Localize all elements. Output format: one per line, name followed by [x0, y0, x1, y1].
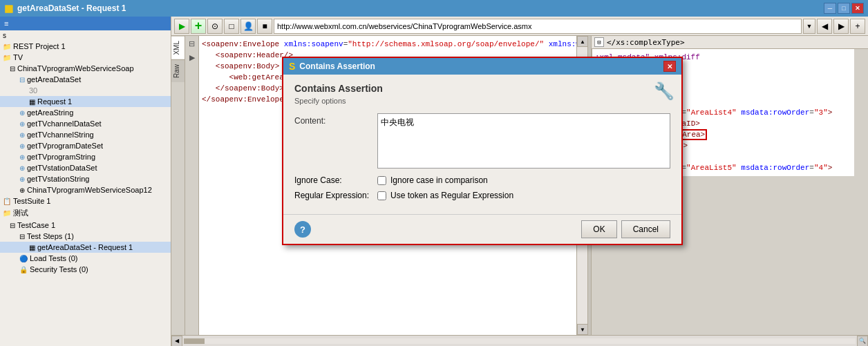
vscroll-down[interactable]: ▼ — [577, 324, 587, 335]
sidebar-label: getTVstationDataSet — [27, 164, 97, 172]
sidebar-item-gettvchannel[interactable]: ⊕ getTVchannelDataSet — [0, 118, 171, 129]
dialog-title-left: S Contains Assertion — [289, 61, 375, 72]
nav-icon-collapse[interactable]: ▶ — [186, 51, 198, 64]
sidebar-item-gettvstationstring[interactable]: ⊕ getTVstationString — [0, 173, 171, 184]
sidebar-label: getTVstationString — [27, 175, 90, 183]
dialog-body: Contains Assertion Specify options 🔧 Con… — [283, 75, 681, 214]
content-label: Content: — [294, 113, 377, 126]
sidebar-item-30[interactable]: 30 — [0, 85, 171, 96]
sidebar-label: getTVchannelString — [27, 131, 94, 139]
dialog-close-button[interactable]: ✕ — [663, 61, 676, 72]
test-icon: ⊕ — [19, 120, 25, 128]
sidebar-item-securitytests[interactable]: 🔒 Security Tests (0) — [0, 264, 171, 275]
close-button[interactable]: ✕ — [851, 3, 864, 14]
dialog-action-buttons: OK Cancel — [581, 220, 670, 238]
tab-xml[interactable]: XML — [171, 36, 185, 59]
regex-text: Use token as Regular Expression — [390, 191, 513, 200]
sidebar-item-soap[interactable]: ⊟ ChinaTVprogramWebServiceSoap — [0, 63, 171, 74]
tools-icon: 🔧 — [654, 81, 674, 100]
nav-back[interactable]: ◀ — [817, 19, 832, 34]
sidebar-item-getareastring[interactable]: ⊕ getAreaString — [0, 107, 171, 118]
expand-btn[interactable]: ⊟ — [594, 37, 604, 47]
complex-type-text: </xs:complexType> — [607, 38, 685, 47]
sidebar-label: getTVprogramDateSet — [27, 142, 103, 150]
fill-button[interactable]: ■ — [257, 19, 272, 34]
interface-icon: ⊟ — [10, 65, 15, 73]
url-dropdown[interactable]: ▼ — [803, 19, 815, 34]
sidebar-item-gettvprogramstring[interactable]: ⊕ getTVprogramString — [0, 151, 171, 162]
sidebar-item-testcase1[interactable]: ⊟ TestCase 1 — [0, 220, 171, 231]
tab-raw[interactable]: Raw — [171, 59, 185, 82]
stop-button[interactable]: □ — [224, 19, 239, 34]
record-button[interactable]: ⊙ — [207, 19, 223, 34]
content-area: ≡ s 📁 REST Project 1 📁 TV ⊟ ChinaTVprogr… — [0, 17, 868, 346]
run-button[interactable]: ▶ — [174, 19, 189, 34]
nav-icon-expand[interactable]: ⊟ — [186, 37, 198, 50]
url-input[interactable] — [274, 19, 802, 34]
nav-settings[interactable]: + — [850, 19, 865, 34]
nav-forward[interactable]: ▶ — [833, 19, 849, 34]
test-icon: ⊕ — [19, 109, 25, 117]
sidebar-item-loadtests[interactable]: 🔵 Load Tests (0) — [0, 253, 171, 264]
panels-area: XML Raw ⊟ ▶ <soapenv:Envelope xmlns:soap… — [171, 36, 868, 335]
scroll-zoom[interactable]: 🔍 — [857, 336, 868, 347]
sidebar-item-tv[interactable]: 📁 TV — [0, 52, 171, 63]
nav-icons: ⊟ ▶ — [185, 36, 199, 335]
sidebar-label: 30 — [29, 86, 37, 95]
regex-checkbox[interactable] — [377, 191, 386, 200]
sidebar-label: ChinaTVprogramWebServiceSoap — [17, 64, 134, 73]
ignore-case-text: Ignore case in comparison — [390, 175, 488, 185]
sidebar-item-getarearequest[interactable]: ▦ getAreaDataSet - Request 1 — [0, 242, 171, 253]
sidebar-item-soap12[interactable]: ⊕ ChinaTVprogramWebServiceSoap12 — [0, 184, 171, 195]
cancel-button[interactable]: Cancel — [621, 220, 670, 238]
sidebar-item-restproject[interactable]: 📁 REST Project 1 — [0, 41, 171, 52]
sidebar-label: ChinaTVprogramWebServiceSoap12 — [27, 186, 152, 194]
folder-icon: 📁 — [3, 54, 11, 61]
title-bar-controls: ─ □ ✕ — [824, 3, 864, 14]
regex-row: Regular Expression: Use token as Regular… — [294, 191, 670, 200]
sidebar-item-teststeps[interactable]: ⊟ Test Steps (1) — [0, 231, 171, 242]
request-icon: ▦ — [29, 244, 35, 251]
sidebar-label: Test Steps (1) — [27, 232, 74, 240]
help-button[interactable]: ? — [294, 221, 311, 238]
sidebar-header: ≡ — [0, 17, 171, 30]
add-button[interactable]: + — [191, 19, 206, 34]
dialog-subheading: Specify options — [294, 97, 670, 105]
scroll-thumb[interactable] — [184, 338, 205, 344]
sidebar-label: getTVchannelDataSet — [27, 119, 102, 128]
scroll-track — [184, 338, 856, 344]
title-bar-title: getAreaDataSet - Request 1 — [17, 3, 824, 13]
content-row: Content: 中央电视 — [294, 113, 670, 169]
sidebar-item-gettvprogramdateset[interactable]: ⊕ getTVprogramDateSet — [0, 140, 171, 151]
request-icon: ▦ — [29, 98, 35, 106]
sidebar-item-s[interactable]: s — [0, 30, 171, 41]
ignore-case-checkbox[interactable] — [377, 176, 386, 185]
sidebar-label: 测试 — [13, 208, 28, 218]
sidebar-item-getarea[interactable]: ⊟ getAreaDataSet — [0, 74, 171, 85]
test-icon: ⊕ — [19, 153, 25, 161]
ok-button[interactable]: OK — [581, 220, 616, 238]
sidebar-menu-icon[interactable]: ≡ — [4, 19, 8, 28]
vscroll-up[interactable]: ▲ — [577, 36, 587, 47]
sidebar-item-gettvchannelstring[interactable]: ⊕ getTVchannelString — [0, 129, 171, 140]
tools-area: 🔧 — [654, 81, 674, 101]
test-icon: ⊟ — [19, 76, 25, 84]
main-panel: ▶ + ⊙ □ 👤 ■ ▼ ◀ ▶ + XML Raw — [171, 17, 868, 346]
xml-line-1: <soapenv:Envelope xmlns:soapenv="http://… — [202, 39, 574, 50]
user-button[interactable]: 👤 — [240, 19, 256, 34]
sidebar-item-testsuite[interactable]: 📋 TestSuite 1 — [0, 195, 171, 206]
sidebar-label: TestCase 1 — [17, 221, 55, 229]
folder-icon: 📁 — [3, 43, 11, 50]
sidebar-label: REST Project 1 — [13, 42, 66, 50]
minimize-button[interactable]: ─ — [824, 3, 836, 14]
content-textarea[interactable]: 中央电视 — [377, 113, 670, 169]
sidebar-item-gettvstationdataset[interactable]: ⊕ getTVstationDataSet — [0, 162, 171, 173]
sidebar-item-request1[interactable]: ▦ Request 1 — [0, 96, 171, 107]
interface-icon: ⊕ — [19, 186, 25, 194]
sidebar-item-ceshi[interactable]: 📁 测试 — [0, 206, 171, 220]
sidebar-label: Request 1 — [37, 97, 72, 106]
scroll-left[interactable]: ◀ — [171, 336, 182, 347]
security-icon: 🔒 — [19, 266, 28, 273]
maximize-button[interactable]: □ — [838, 3, 850, 14]
xml-tabs: XML Raw — [171, 36, 185, 335]
